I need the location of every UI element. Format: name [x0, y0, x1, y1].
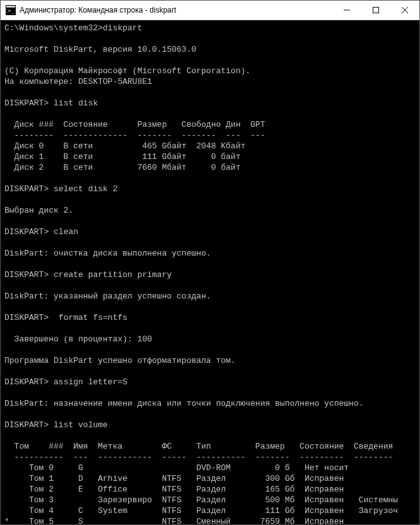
window-frame: >_ Администратор: Командная строка - dis… [0, 0, 420, 525]
diskpart-prompt: DISKPART> [4, 377, 49, 387]
output-line: Выбран диск 2. [4, 206, 73, 215]
output-line: Microsoft DiskPart, версия 10.0.15063.0 [4, 45, 196, 54]
minimize-button[interactable] [332, 1, 361, 20]
svg-text:>_: >_ [8, 8, 15, 14]
table-row: Диск 0 В сети 465 Gбайт 2048 Kбайт [4, 141, 245, 151]
output-line: Программа DiskPart успешно отформатирова… [4, 356, 236, 365]
window-title: Администратор: Командная строка - diskpa… [20, 6, 176, 15]
table-row: Том 0 G DVD-ROM 0 б Нет носит [4, 463, 349, 473]
cmd-text: create partition primary [54, 270, 172, 280]
table-divider: ---------- --- ----------- ----- -------… [4, 452, 393, 462]
table-header: Диск ### Состояние Размер Свободно Дин G… [4, 120, 265, 129]
cmd-text: select disk 2 [54, 184, 117, 194]
table-row: Том 4 C System NTFS Раздел 111 Gб Исправ… [4, 506, 398, 516]
table-row: Том 2 E Office NTFS Раздел 165 Gб Исправ… [4, 485, 344, 494]
diskpart-prompt: DISKPART> [4, 227, 49, 237]
cmd-text: list volume [54, 420, 108, 430]
output-line: DiskPart: очистка диска выполнена успешн… [4, 249, 211, 258]
prompt-path: C:\Windows\system32> [4, 23, 103, 33]
cmd-icon: >_ [6, 5, 16, 15]
diskpart-prompt: DISKPART> [4, 270, 49, 280]
output-line: Завершено (в процентах): 100 [4, 334, 152, 344]
output-line: (C) Корпорация Майкрософт (Microsoft Cor… [4, 66, 250, 76]
diskpart-prompt: DISKPART> [4, 98, 49, 108]
close-button[interactable] [390, 1, 419, 20]
cmd-text: list disk [54, 98, 98, 108]
diskpart-prompt: DISKPART> [4, 184, 49, 194]
diskpart-prompt: DISKPART> [4, 420, 49, 430]
cmd-text: format fs=ntfs [54, 313, 127, 322]
table-row: * Том 5 S NTFS Сменный 7659 Мб Исправен [4, 517, 344, 524]
table-header: Том ### Имя Метка ФС Тип Размер Состояни… [4, 442, 393, 451]
svg-rect-4 [373, 8, 379, 13]
titlebar[interactable]: >_ Администратор: Командная строка - dis… [1, 1, 419, 20]
cmd-text: clean [54, 227, 78, 237]
diskpart-prompt: DISKPART> [4, 313, 49, 322]
cmd-text: assign letter=S [54, 377, 127, 387]
table-row: Том 1 D Arhive NTFS Раздел 300 Gб Исправ… [4, 474, 344, 483]
terminal-output[interactable]: C:\Windows\system32>diskpart Microsoft D… [1, 20, 419, 524]
output-line: DiskPart: указанный раздел успешно созда… [4, 292, 211, 301]
output-line: DiskPart: назначение имени диска или точ… [4, 399, 364, 408]
table-row: Диск 1 В сети 111 Gбайт 0 байт [4, 152, 240, 162]
table-divider: -------- ------------- ------- ------- -… [4, 131, 265, 140]
table-row: Том 3 Зарезервиро NTFS Раздел 500 Мб Исп… [4, 495, 398, 505]
output-line: На компьютере: DESKTOP-5ARU8E1 [4, 77, 152, 86]
table-row: Диск 2 В сети 7660 Mбайт 0 байт [4, 163, 240, 172]
cmd-text: diskpart [103, 23, 142, 33]
maximize-button[interactable] [361, 1, 390, 20]
